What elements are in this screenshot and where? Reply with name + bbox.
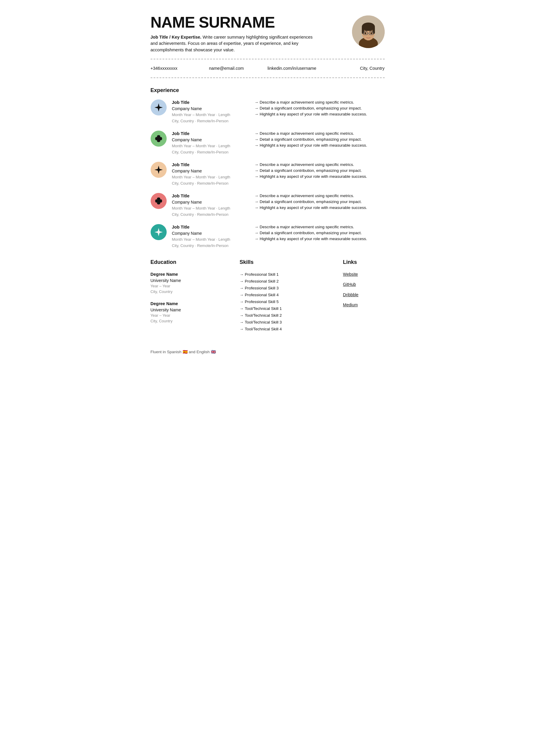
exp-location: City, Country · Remote/In-Person: [172, 149, 249, 155]
exp-dates: Month Year – Month Year · Length: [172, 206, 249, 211]
skill-item: →Tool/Technical Skill 1: [240, 306, 337, 312]
experience-item: Job Title Company Name Month Year – Mont…: [151, 99, 385, 124]
exp-bullet: →Describe a major achievement using spec…: [255, 162, 385, 168]
exp-bullet: →Detail a significant contribution, emph…: [255, 105, 385, 111]
exp-dates: Month Year – Month Year · Length: [172, 112, 249, 118]
edu-university: University Name: [151, 278, 228, 284]
link-item[interactable]: Dribbble: [343, 292, 385, 298]
bullet-text: Describe a major achievement using speci…: [260, 99, 354, 105]
edu-degree: Degree Name: [151, 301, 228, 307]
arrow-icon: →: [240, 306, 244, 312]
exp-location: City, Country · Remote/In-Person: [172, 243, 249, 249]
exp-right: →Describe a major achievement using spec…: [255, 131, 385, 149]
edu-years: Year – Year: [151, 313, 228, 318]
exp-dates: Month Year – Month Year · Length: [172, 175, 249, 180]
avatar-svg: [352, 15, 385, 48]
bullet-text: Describe a major achievement using speci…: [260, 162, 354, 168]
link-item[interactable]: Medium: [343, 302, 385, 308]
bottom-section: Education Degree Name University Name Ye…: [151, 258, 385, 333]
skill-item: →Professional Skill 1: [240, 271, 337, 278]
exp-company: Company Name: [172, 168, 249, 174]
skill-text: Tool/Technical Skill 3: [245, 319, 282, 326]
skills-column: Skills →Professional Skill 1→Professiona…: [228, 258, 337, 333]
links-section-title: Links: [343, 258, 385, 266]
arrow-icon: →: [255, 162, 259, 168]
exp-right: →Describe a major achievement using spec…: [255, 162, 385, 180]
skill-item: →Professional Skill 4: [240, 292, 337, 299]
exp-bullet: →Highlight a key aspect of your role wit…: [255, 143, 385, 148]
avatar: [352, 15, 385, 48]
exp-bullet: →Detail a significant contribution, emph…: [255, 137, 385, 143]
experience-list: Job Title Company Name Month Year – Mont…: [151, 99, 385, 249]
edu-location: City, Country: [151, 289, 228, 295]
company-logo: [151, 99, 167, 116]
exp-bullet: →Highlight a key aspect of your role wit…: [255, 236, 385, 242]
arrow-icon: →: [255, 224, 259, 230]
exp-right: →Describe a major achievement using spec…: [255, 193, 385, 211]
exp-company: Company Name: [172, 230, 249, 236]
skill-item: →Professional Skill 3: [240, 285, 337, 292]
arrow-icon: →: [240, 319, 244, 326]
header-section: NAME SURNAME Job Title / Key Expertise. …: [151, 14, 385, 53]
contact-linkedin: linkedin.com/in/username: [268, 65, 326, 71]
exp-dates: Month Year – Month Year · Length: [172, 237, 249, 242]
exp-dates: Month Year – Month Year · Length: [172, 143, 249, 149]
exp-bullet: →Highlight a key aspect of your role wit…: [255, 205, 385, 211]
company-logo: [151, 193, 167, 209]
arrow-icon: →: [255, 168, 259, 174]
exp-job-title: Job Title: [172, 162, 249, 168]
exp-location: City, Country · Remote/In-Person: [172, 212, 249, 218]
company-logo: [151, 131, 167, 147]
bullet-text: Detail a significant contribution, empha…: [260, 230, 362, 236]
skill-text: Tool/Technical Skill 4: [245, 326, 282, 333]
name-title: NAME SURNAME: [151, 14, 345, 31]
education-list: Degree Name University Name Year – Year …: [151, 271, 228, 324]
exp-bullet: →Detail a significant contribution, emph…: [255, 199, 385, 205]
education-item: Degree Name University Name Year – Year …: [151, 301, 228, 324]
link-item[interactable]: GitHub: [343, 282, 385, 287]
arrow-icon: →: [240, 292, 244, 299]
contact-phone: +346xxxxxxxx: [151, 65, 209, 71]
arrow-icon: →: [255, 205, 259, 211]
exp-bullet: →Detail a significant contribution, emph…: [255, 168, 385, 174]
bullet-text: Detail a significant contribution, empha…: [260, 137, 362, 143]
bullet-text: Highlight a key aspect of your role with…: [260, 236, 367, 242]
education-section-title: Education: [151, 258, 228, 266]
bullet-text: Highlight a key aspect of your role with…: [260, 111, 367, 117]
arrow-icon: →: [255, 199, 259, 205]
contact-location: City, Country: [326, 65, 385, 71]
link-item[interactable]: Website: [343, 271, 385, 277]
skills-list: →Professional Skill 1→Professional Skill…: [240, 271, 337, 333]
education-item: Degree Name University Name Year – Year …: [151, 271, 228, 295]
arrow-icon: →: [255, 174, 259, 179]
summary-text: Job Title / Key Expertise. Write career …: [151, 34, 317, 53]
contact-email: name@email.com: [209, 65, 268, 71]
experience-item: Job Title Company Name Month Year – Mont…: [151, 131, 385, 155]
svg-rect-6: [373, 27, 375, 34]
svg-rect-5: [362, 27, 364, 34]
exp-company: Company Name: [172, 199, 249, 205]
skill-text: Professional Skill 2: [245, 278, 279, 285]
arrow-icon: →: [240, 326, 244, 333]
skill-item: →Tool/Technical Skill 3: [240, 319, 337, 326]
exp-bullet: →Highlight a key aspect of your role wit…: [255, 111, 385, 117]
skill-item: →Tool/Technical Skill 2: [240, 312, 337, 319]
arrow-icon: →: [255, 193, 259, 199]
education-column: Education Degree Name University Name Ye…: [151, 258, 228, 333]
exp-job-title: Job Title: [172, 131, 249, 137]
skill-text: Professional Skill 4: [245, 292, 279, 299]
exp-location: City, Country · Remote/In-Person: [172, 181, 249, 186]
skill-text: Professional Skill 1: [245, 271, 279, 278]
arrow-icon: →: [240, 312, 244, 319]
bullet-text: Describe a major achievement using speci…: [260, 193, 354, 199]
arrow-icon: →: [255, 236, 259, 242]
exp-location: City, Country · Remote/In-Person: [172, 119, 249, 124]
bullet-text: Describe a major achievement using speci…: [260, 131, 354, 137]
bullet-text: Detail a significant contribution, empha…: [260, 105, 362, 111]
exp-left: Job Title Company Name Month Year – Mont…: [172, 131, 249, 155]
bullet-text: Describe a major achievement using speci…: [260, 224, 354, 230]
skills-section-title: Skills: [240, 258, 337, 266]
exp-job-title: Job Title: [172, 193, 249, 199]
svg-point-10: [364, 32, 366, 34]
links-column: Links WebsiteGitHubDribbbleMedium: [337, 258, 385, 333]
